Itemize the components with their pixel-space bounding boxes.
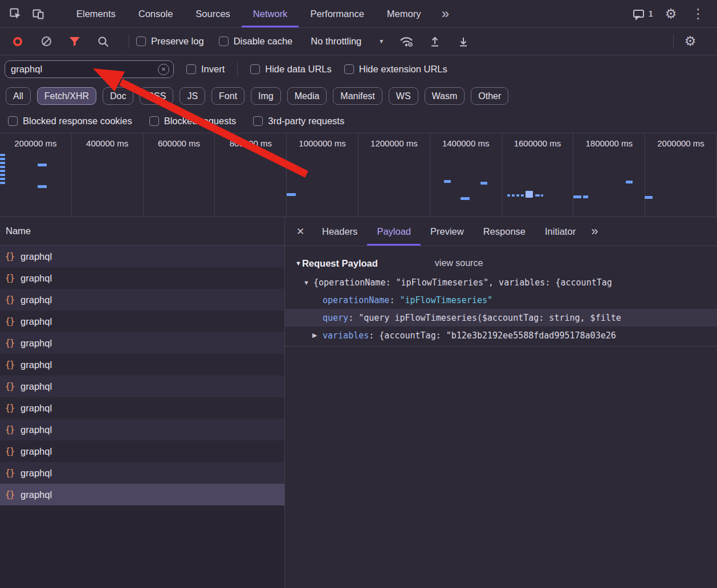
request-row[interactable]: {}graphql [0,267,284,289]
detail-tab-payload[interactable]: Payload [367,217,421,246]
clear-filter-button[interactable]: ✕ [158,64,169,75]
filter-chip-fetch-xhr[interactable]: Fetch/XHR [37,87,96,105]
waterfall-bar[interactable] [0,178,5,180]
3rd-party-requests-checkbox[interactable]: 3rd-party requests [253,116,344,126]
filter-chip-other[interactable]: Other [471,87,508,105]
filter-chip-ws[interactable]: WS [389,87,418,105]
waterfall-bar[interactable] [444,180,451,183]
filter-chip-font[interactable]: Font [211,87,245,105]
waterfall-bar[interactable] [645,196,653,199]
clear-network-log-button[interactable] [36,32,56,51]
waterfall-bar[interactable] [0,154,5,156]
waterfall-bar[interactable] [512,194,515,197]
payload-tree: ▼ {operationName: "ipFlowTimeseries", va… [285,273,717,346]
search-button[interactable] [93,32,113,51]
waterfall-bar[interactable] [0,170,5,172]
collapse-icon[interactable]: ▼ [295,260,302,267]
tab-network[interactable]: Network [242,0,299,27]
waterfall-bar[interactable] [38,164,47,166]
waterfall-bar[interactable] [535,194,540,197]
waterfall-bar[interactable] [541,194,543,197]
filter-chip-img[interactable]: Img [251,87,281,105]
device-toolbar-button[interactable] [28,4,48,23]
waterfall-bar[interactable] [0,182,5,184]
network-overview-waterfall[interactable]: 200000 ms400000 ms600000 ms800000 ms1000… [0,133,717,217]
waterfall-bar[interactable] [583,195,588,198]
export-har-button[interactable] [454,32,473,51]
tab-elements[interactable]: Elements [65,0,127,27]
request-row[interactable]: {}graphql [0,246,284,267]
checkbox-box [250,64,260,74]
payload-entry-query[interactable]: query: "query ipFlowTimeseries($accountT… [285,309,717,326]
waterfall-bar[interactable] [0,166,5,168]
waterfall-bar[interactable] [287,193,296,196]
settings-button[interactable]: ⚙ [661,4,681,23]
hide-extension-urls-checkbox[interactable]: Hide extension URLs [344,64,447,75]
close-detail-button[interactable]: ✕ [288,219,312,243]
request-row[interactable]: {}graphql [0,289,284,311]
waterfall-bar[interactable] [507,194,510,197]
filter-chip-wasm[interactable]: Wasm [425,87,465,105]
detail-tab-headers[interactable]: Headers [312,217,367,246]
filter-chip-js[interactable]: JS [180,87,205,105]
blocked-response-cookies-checkbox[interactable]: Blocked response cookies [8,116,132,126]
request-row[interactable]: {}graphql [0,332,284,354]
preserve-log-checkbox[interactable]: Preserve log [136,36,204,47]
tab-performance[interactable]: Performance [299,0,375,27]
waterfall-bar[interactable] [516,194,519,197]
tab-console[interactable]: Console [127,0,185,27]
filter-chip-all[interactable]: All [6,87,31,105]
request-row[interactable]: {}graphql [0,354,284,375]
filter-toggle-button[interactable] [65,32,84,51]
hide-data-urls-checkbox[interactable]: Hide data URLs [250,64,331,75]
request-row[interactable]: {}graphql [0,311,284,332]
waterfall-bar[interactable] [521,194,524,197]
filter-chip-css[interactable]: CSS [140,87,173,105]
import-har-button[interactable] [425,32,445,51]
network-settings-button[interactable]: ⚙ [681,32,700,51]
filter-input[interactable] [5,60,174,78]
tab-memory[interactable]: Memory [376,0,433,27]
waterfall-bar[interactable] [626,181,633,183]
expand-icon[interactable]: ▶ [312,332,323,339]
record-network-log-button[interactable] [8,32,27,51]
filter-chip-manifest[interactable]: Manifest [333,87,382,105]
waterfall-bar[interactable] [480,182,487,185]
request-row[interactable]: {}graphql [0,419,284,440]
waterfall-bar[interactable] [38,185,47,188]
request-row[interactable]: {}graphql [0,440,284,462]
json-braces-icon: {} [5,489,14,500]
console-messages-button[interactable]: 1 [633,9,653,19]
filter-chip-doc[interactable]: Doc [103,87,133,105]
tab-sources[interactable]: Sources [184,0,242,27]
request-row[interactable]: {}graphql [0,484,284,505]
main-menu-button[interactable]: ⋮ [689,4,708,23]
throttling-dropdown[interactable]: No throttling ▼ [311,36,384,47]
filter-chip-media[interactable]: Media [287,87,327,105]
detail-tab-initiator[interactable]: Initiator [535,217,585,246]
payload-entry-operationname[interactable]: operationName: "ipFlowTimeseries" [285,291,717,309]
request-row[interactable]: {}graphql [0,375,284,397]
more-detail-tabs-button[interactable]: » [591,224,598,239]
detail-tab-response[interactable]: Response [474,217,535,246]
blocked-requests-checkbox[interactable]: Blocked requests [149,116,237,126]
name-column-header[interactable]: Name [0,217,284,246]
waterfall-bar[interactable] [461,197,470,200]
view-source-link[interactable]: view source [435,258,483,268]
invert-checkbox[interactable]: Invert [186,64,225,75]
waterfall-bar[interactable] [0,174,5,176]
more-panels-button[interactable]: » [435,4,455,23]
waterfall-bar[interactable] [573,195,581,198]
expand-icon[interactable]: ▼ [303,279,313,286]
waterfall-bar[interactable] [0,162,5,164]
network-conditions-button[interactable] [397,32,416,51]
request-row[interactable]: {}graphql [0,397,284,419]
payload-root-row[interactable]: ▼ {operationName: "ipFlowTimeseries", va… [285,273,717,291]
request-row[interactable]: {}graphql [0,462,284,484]
inspect-element-button[interactable] [6,4,25,23]
waterfall-bar[interactable] [525,191,533,198]
payload-entry-variables[interactable]: ▶variables: {accountTag: "b12e3b2192ee55… [285,326,717,344]
detail-tab-preview[interactable]: Preview [421,217,474,246]
disable-cache-checkbox[interactable]: Disable cache [219,36,293,47]
waterfall-bar[interactable] [0,158,5,160]
